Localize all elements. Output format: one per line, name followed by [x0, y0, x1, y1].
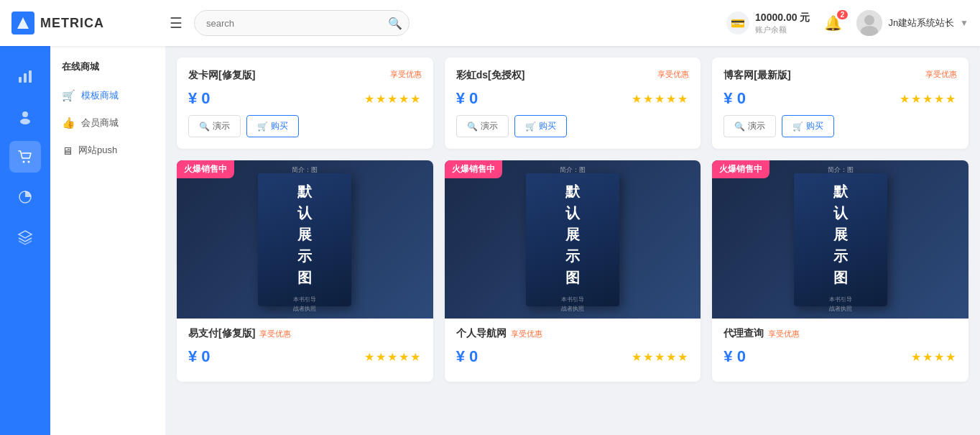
- product-0-demo-label: 演示: [213, 120, 230, 132]
- product-img-1-stars: ★★★★★: [632, 350, 689, 364]
- product-0-price: ¥ 0: [188, 89, 211, 108]
- buy-icon-2: 🛒: [792, 122, 803, 132]
- product-0-buy-label: 购买: [271, 120, 288, 132]
- hot-badge-2: 火爆销售中: [712, 160, 769, 178]
- product-1-demo-label: 演示: [481, 120, 498, 132]
- demo-icon-1: 🔍: [467, 122, 478, 132]
- bell-badge: 2: [837, 10, 849, 19]
- product-2-stars: ★★★★★: [900, 92, 957, 106]
- book-main-1: 默认展示图: [565, 180, 580, 288]
- book-cover-1: 简介：图 默认展示图 本书引导战者执照: [526, 173, 619, 306]
- product-grid-row2: 火爆销售中 简介：图 默认展示图 本书引导战者执照 易支付[修复版] 享受优惠 …: [177, 160, 969, 382]
- nav-item-templates-label: 模板商城: [81, 89, 119, 102]
- nav-item-push-label: 网站push: [78, 144, 117, 157]
- topbar-right: 💳 10000.00 元 账户余额 🔔 2 Jn建站系统站长 ▼: [726, 10, 969, 36]
- sidebar-cart-icon[interactable]: [9, 141, 41, 173]
- product-img-2-stars: ★★★★: [911, 350, 957, 364]
- hot-badge-0: 火爆销售中: [177, 160, 234, 178]
- svg-point-7: [22, 111, 28, 117]
- svg-point-9: [23, 161, 25, 163]
- product-2-title: 博客网[最新版]: [724, 69, 790, 82]
- nav-item-push[interactable]: 🖥 网站push: [50, 137, 165, 164]
- product-2-actions: 🔍 演示 🛒 购买: [724, 115, 957, 137]
- logo-area: METRICA: [11, 12, 170, 35]
- product-img-1-info: 个人导航网 享受优惠 ¥ 0 ★★★★★: [445, 319, 701, 382]
- logo-text: METRICA: [40, 16, 104, 31]
- product-1-buy-button[interactable]: 🛒 购买: [514, 115, 567, 137]
- wallet-icon: 💳: [726, 12, 749, 35]
- book-top-0: 简介：图: [292, 165, 318, 175]
- buy-icon-1: 🛒: [525, 122, 536, 132]
- sidebar-layers-icon[interactable]: [9, 221, 41, 253]
- svg-marker-0: [17, 17, 29, 29]
- user-area[interactable]: Jn建站系统站长 ▼: [856, 10, 969, 36]
- nav-item-templates[interactable]: 🛒 模板商城: [50, 82, 165, 109]
- svg-point-2: [864, 15, 874, 25]
- sidebar-pie-icon[interactable]: [9, 181, 41, 213]
- product-2-buy-button[interactable]: 🛒 购买: [782, 115, 834, 137]
- user-name: Jn建站系统站长: [888, 17, 954, 29]
- hot-badge-1: 火爆销售中: [445, 160, 502, 178]
- menu-toggle-button[interactable]: ☰: [170, 14, 182, 32]
- members-icon: 👍: [62, 116, 75, 129]
- product-img-2-price: ¥ 0: [724, 347, 746, 366]
- demo-icon-2: 🔍: [734, 122, 745, 132]
- product-0-price-row: ¥ 0 ★★★★★: [188, 89, 422, 108]
- product-1-price-row: ¥ 0 ★★★★★: [456, 89, 690, 108]
- product-1-price: ¥ 0: [456, 89, 479, 108]
- sidebar: [0, 46, 50, 435]
- book-main-2: 默认展示图: [833, 180, 848, 288]
- product-card-2: 博客网[最新版] 享受优惠 ¥ 0 ★★★★★ 🔍 演示 🛒 购买: [712, 58, 969, 149]
- product-img-1-price-row: ¥ 0 ★★★★★: [456, 347, 690, 366]
- svg-rect-6: [29, 70, 32, 83]
- product-0-stars: ★★★★★: [364, 92, 422, 106]
- book-cover-0: 简介：图 默认展示图 本书引导战者执照: [258, 173, 351, 306]
- product-img-2-title: 代理查询: [724, 327, 764, 340]
- product-grid-row1: 发卡网[修复版] 享受优惠 ¥ 0 ★★★★★ 🔍 演示 🛒 购买: [177, 58, 969, 149]
- product-img-1-title: 个人导航网: [456, 327, 507, 340]
- nav-section-title: 在线商城: [50, 60, 165, 82]
- product-card-0-top: 发卡网[修复版] 享受优惠: [188, 69, 422, 82]
- topbar: METRICA ☰ 🔍 💳 10000.00 元 账户余额 🔔 2: [0, 0, 980, 46]
- product-img-2-badge: 享受优惠: [768, 329, 800, 339]
- product-img-0-price-row: ¥ 0 ★★★★★: [188, 347, 422, 366]
- product-1-badge: 享受优惠: [657, 69, 689, 80]
- content-area: 发卡网[修复版] 享受优惠 ¥ 0 ★★★★★ 🔍 演示 🛒 购买: [165, 46, 980, 435]
- product-0-actions: 🔍 演示 🛒 购买: [188, 115, 422, 137]
- product-img-card-1: 火爆销售中 简介：图 默认展示图 本书引导战者执照 个人导航网 享受优惠 ¥ 0: [445, 160, 701, 382]
- templates-icon: 🛒: [62, 89, 75, 102]
- book-top-2: 简介：图: [828, 165, 854, 175]
- product-0-title: 发卡网[修复版]: [188, 69, 255, 82]
- search-icon[interactable]: 🔍: [388, 17, 402, 30]
- svg-rect-5: [24, 73, 27, 83]
- product-1-actions: 🔍 演示 🛒 购买: [456, 115, 690, 137]
- product-2-demo-button[interactable]: 🔍 演示: [724, 115, 776, 137]
- product-img-0-stars: ★★★★★: [364, 350, 422, 364]
- product-1-image: 简介：图 默认展示图 本书引导战者执照: [445, 160, 701, 319]
- book-top-1: 简介：图: [560, 165, 586, 175]
- sidebar-user-icon[interactable]: [9, 101, 41, 132]
- book-cover-2: 简介：图 默认展示图 本书引导战者执照: [794, 173, 887, 306]
- product-0-demo-button[interactable]: 🔍 演示: [188, 115, 241, 137]
- product-1-buy-label: 购买: [539, 120, 556, 132]
- sidebar-chart-icon[interactable]: [9, 60, 41, 92]
- product-card-1-top: 彩虹ds[免授权] 享受优惠: [456, 69, 690, 82]
- left-nav: 在线商城 🛒 模板商城 👍 会员商城 🖥 网站push: [50, 46, 165, 435]
- product-0-buy-button[interactable]: 🛒 购买: [246, 115, 299, 137]
- product-2-image: 简介：图 默认展示图 本书引导战者执照: [712, 160, 969, 319]
- product-img-2-info: 代理查询 享受优惠 ¥ 0 ★★★★: [712, 319, 969, 382]
- product-card-1: 彩虹ds[免授权] 享受优惠 ¥ 0 ★★★★★ 🔍 演示 🛒 购买: [445, 58, 701, 149]
- product-2-price-row: ¥ 0 ★★★★★: [724, 89, 957, 108]
- book-main-0: 默认展示图: [297, 180, 312, 288]
- demo-icon: 🔍: [199, 122, 210, 132]
- product-1-stars: ★★★★★: [632, 92, 689, 106]
- nav-item-members[interactable]: 👍 会员商城: [50, 109, 165, 137]
- product-1-demo-button[interactable]: 🔍 演示: [456, 115, 509, 137]
- search-input[interactable]: [194, 10, 410, 36]
- book-bottom-0: 本书引导战者执照: [293, 296, 316, 314]
- product-img-0-badge: 享受优惠: [259, 329, 291, 339]
- balance-area: 💳 10000.00 元 账户余额: [726, 12, 810, 35]
- bell-button[interactable]: 🔔 2: [824, 14, 842, 32]
- product-1-title: 彩虹ds[免授权]: [456, 69, 525, 82]
- search-bar: 🔍: [194, 10, 410, 36]
